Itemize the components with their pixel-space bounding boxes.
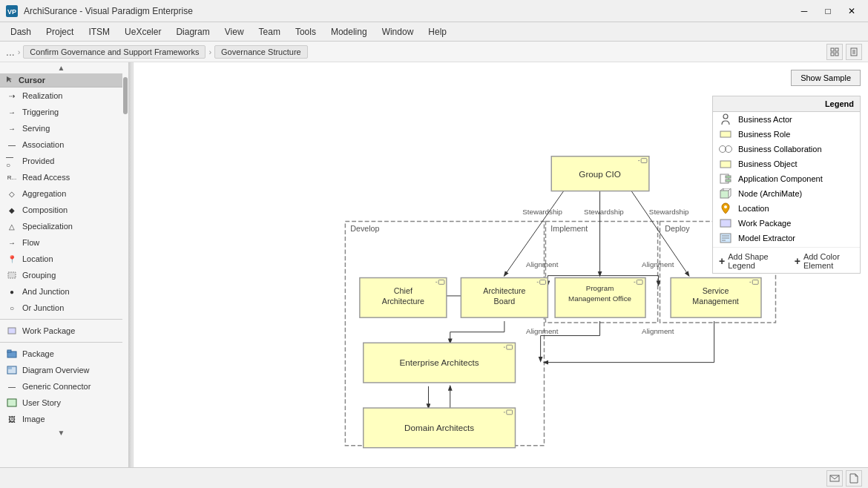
menu-view[interactable]: View xyxy=(217,24,251,39)
legend-item-work-package: Work Package xyxy=(713,216,860,231)
svg-rect-39 xyxy=(720,191,729,198)
stewardship-label-3: Stewardship xyxy=(649,208,689,216)
panel-scrollbar[interactable] xyxy=(122,62,128,467)
business-object-icon xyxy=(719,159,732,169)
panel-item-and-junction[interactable]: ● And Junction xyxy=(0,283,122,300)
legend-label-business-role: Business Role xyxy=(738,130,790,139)
user-story-icon xyxy=(6,398,18,407)
panel-separator-1 xyxy=(0,319,122,320)
menu-diagram[interactable]: Diagram xyxy=(168,24,217,39)
panel-item-composition[interactable]: ◆ Composition xyxy=(0,202,122,218)
menu-itsm[interactable]: ITSM xyxy=(81,24,117,39)
panel-item-image[interactable]: 🖼 Image xyxy=(0,411,122,427)
panel-item-read-access[interactable]: R... Read Access xyxy=(0,169,122,185)
panel-item-user-story[interactable]: User Story xyxy=(0,395,122,411)
legend-title: Legend xyxy=(713,96,860,112)
menu-window[interactable]: Window xyxy=(375,24,421,39)
service-mgmt-node[interactable] xyxy=(671,278,761,318)
legend-label-business-collab: Business Collaboration xyxy=(738,145,822,154)
breadcrumb-governance[interactable]: Confirm Governance and Support Framework… xyxy=(23,45,206,59)
breadcrumb-grid-icon[interactable] xyxy=(826,44,843,60)
deploy-label: Deploy xyxy=(665,224,690,233)
menu-project[interactable]: Project xyxy=(39,24,81,39)
image-icon: 🖼 xyxy=(6,415,18,423)
add-color-plus-icon: + xyxy=(795,255,800,267)
panel-label-flow: Flow xyxy=(22,238,39,247)
breadcrumb-page-icon[interactable] xyxy=(846,44,862,60)
svg-point-31 xyxy=(723,114,728,119)
menu-dash[interactable]: Dash xyxy=(3,24,39,39)
status-doc-button[interactable] xyxy=(846,470,862,487)
group-cio-node[interactable] xyxy=(551,156,649,191)
menu-modeling[interactable]: Modeling xyxy=(323,24,375,39)
arch-board-node[interactable] xyxy=(461,278,548,318)
panel-scroll-up[interactable]: ▲ xyxy=(0,62,122,73)
stewardship-label-1: Stewardship xyxy=(522,208,562,216)
panel-item-triggering[interactable]: → Triggering xyxy=(0,104,122,120)
program-mgmt-node[interactable] xyxy=(555,278,645,318)
panel-item-flow[interactable]: → Flow xyxy=(0,234,122,251)
panel-item-aggregation[interactable]: ◇ Aggregation xyxy=(0,185,122,202)
chief-arch-node[interactable] xyxy=(360,278,447,318)
add-shape-legend-button[interactable]: + Add Shape Legend xyxy=(719,252,780,270)
panel-scroll[interactable]: ▲ Cursor ⇢ Realization → Triggering → Se… xyxy=(0,62,122,467)
chief-arch-label-2: Architecture xyxy=(382,297,424,306)
panel-label-or-junction: Or Junction xyxy=(22,303,64,312)
develop-group xyxy=(345,222,544,446)
panel-item-provided[interactable]: —○ Provided xyxy=(0,153,122,169)
svg-rect-17 xyxy=(641,159,647,163)
panel-label-image: Image xyxy=(22,415,45,423)
panel-scroll-down[interactable]: ▼ xyxy=(0,427,122,438)
minimize-button[interactable]: ─ xyxy=(794,4,815,19)
add-color-element-label: Add Color Element xyxy=(803,252,854,270)
panel-item-generic-connector[interactable]: — Generic Connector xyxy=(0,378,122,395)
legend-label-work-package: Work Package xyxy=(738,219,791,228)
menu-tools[interactable]: Tools xyxy=(288,24,323,39)
arch-board-label-2: Board xyxy=(494,297,516,306)
legend-label-business-object: Business Object xyxy=(738,159,797,168)
panel-item-specialization[interactable]: △ Specialization xyxy=(0,218,122,234)
panel-resize-handle[interactable] xyxy=(128,62,133,467)
add-color-element-button[interactable]: + Add Color Element xyxy=(795,252,854,270)
or-junction-icon: ○ xyxy=(6,303,18,312)
node-icon xyxy=(719,188,732,199)
menu-uexceler[interactable]: UeXceler xyxy=(117,24,168,39)
work-package-icon xyxy=(6,326,18,335)
legend-label-node: Node (ArchiMate) xyxy=(738,189,802,198)
panel-item-location[interactable]: 📍 Location xyxy=(0,251,122,267)
svg-rect-11 xyxy=(8,328,16,334)
breadcrumb-structure[interactable]: Governance Structure xyxy=(214,45,308,59)
develop-label: Develop xyxy=(350,224,379,233)
panel-label-realization: Realization xyxy=(22,91,62,100)
location-icon: 📍 xyxy=(6,254,18,263)
panel-item-grouping[interactable]: Grouping xyxy=(0,267,122,283)
menu-team[interactable]: Team xyxy=(251,24,288,39)
stewardship-line-3 xyxy=(620,174,689,276)
panel-item-work-package[interactable]: Work Package xyxy=(0,323,122,339)
menu-help[interactable]: Help xyxy=(421,24,454,39)
panel-item-realization[interactable]: ⇢ Realization xyxy=(0,88,122,104)
panel-item-serving[interactable]: → Serving xyxy=(0,120,122,136)
left-panel: ▲ Cursor ⇢ Realization → Triggering → Se… xyxy=(0,62,134,467)
legend-label-app-component: Application Component xyxy=(738,174,823,183)
status-mail-button[interactable] xyxy=(826,470,843,487)
domain-arch-node[interactable] xyxy=(364,408,516,448)
legend-item-business-role: Business Role xyxy=(713,127,860,142)
implement-label: Implement xyxy=(550,224,588,233)
canvas-area[interactable]: Show Sample Develop Implement Deploy Ste… xyxy=(134,62,868,467)
svg-point-40 xyxy=(724,205,727,208)
enterprise-arch-node[interactable] xyxy=(364,343,516,383)
panel-item-package[interactable]: Package xyxy=(0,346,122,362)
show-sample-button[interactable]: Show Sample xyxy=(791,70,861,86)
legend-item-business-object: Business Object xyxy=(713,156,860,171)
panel-item-association[interactable]: — Association xyxy=(0,136,122,153)
read-access-icon: R... xyxy=(6,173,18,182)
panel-item-diagram-overview[interactable]: Diagram Overview xyxy=(0,362,122,378)
panel-item-or-junction[interactable]: ○ Or Junction xyxy=(0,300,122,316)
breadcrumb-dots[interactable]: ... xyxy=(6,46,15,58)
breadcrumb-right-controls xyxy=(826,44,862,60)
close-button[interactable]: ✕ xyxy=(841,4,862,19)
svg-rect-19 xyxy=(438,280,444,284)
maximize-button[interactable]: □ xyxy=(818,4,838,19)
package-icon xyxy=(6,349,18,358)
